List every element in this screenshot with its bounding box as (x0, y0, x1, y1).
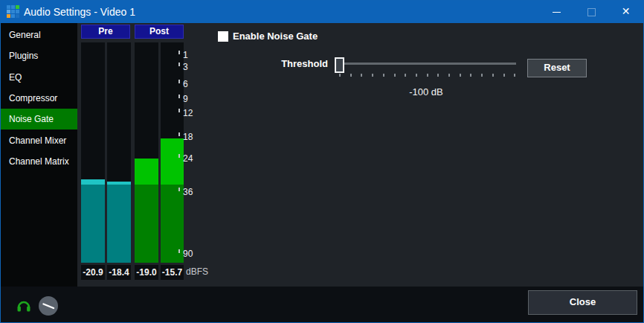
scale-tick (178, 154, 180, 158)
threshold-value: -100 dB (389, 86, 463, 97)
slider-tick (427, 74, 428, 77)
monitor-volume-knob[interactable] (39, 296, 58, 316)
meter-bar-lower-segment (161, 185, 184, 263)
slider-tick (492, 74, 494, 77)
meter-bar-lower-segment (107, 185, 131, 263)
threshold-slider-track[interactable] (339, 63, 516, 65)
meter-value-label: -18.4 (107, 265, 131, 280)
threshold-slider (335, 57, 521, 77)
enable-noise-gate-checkbox[interactable] (218, 31, 228, 42)
scale-label: 24 (183, 153, 193, 164)
scale-label: 3 (183, 62, 188, 72)
meter-bar-upper-segment (81, 179, 105, 185)
titlebar: Audio Settings - Video 1 ✕ (1, 1, 643, 23)
slider-tick (394, 74, 396, 77)
meter-channel-bar (135, 42, 158, 263)
threshold-label: Threshold (261, 58, 328, 69)
slider-tick (481, 74, 483, 77)
close-window-button[interactable]: ✕ (608, 1, 643, 23)
scale-tick (178, 51, 180, 54)
close-button[interactable]: Close (528, 290, 637, 315)
scale-label: 18 (183, 132, 193, 142)
minimize-button[interactable] (539, 1, 574, 23)
meter-unit-label: dBFS (186, 266, 208, 277)
meter-bar-lower-segment (81, 185, 105, 263)
slider-tick (383, 74, 384, 77)
meter-bar-lower-segment (135, 185, 158, 263)
scale-label: 9 (183, 94, 188, 104)
slider-tick (470, 74, 471, 77)
window-title: Audio Settings - Video 1 (24, 1, 135, 23)
scale-tick (178, 109, 180, 112)
scale-tick (178, 80, 180, 83)
meter-bar-upper-segment (135, 159, 158, 185)
scale-label: 36 (183, 187, 193, 197)
slider-tick (460, 74, 461, 77)
meter-value-label: -20.9 (81, 265, 105, 280)
threshold-slider-thumb[interactable] (335, 57, 344, 73)
meter-channel-bar (107, 42, 131, 263)
meter-group-post: Post (135, 25, 184, 39)
scale-tick (178, 95, 180, 98)
meter-value-label: -15.7 (161, 265, 184, 280)
scale-tick (178, 188, 180, 191)
slider-tick (503, 74, 505, 77)
slider-tick (448, 74, 450, 77)
scale-label: 90 (183, 249, 193, 259)
headphones-icon[interactable] (16, 298, 31, 313)
knob-pointer-icon (39, 296, 58, 316)
slider-tick (339, 74, 341, 77)
meter-group-pre: Pre (81, 25, 130, 39)
scale-label: 12 (183, 108, 193, 118)
slider-tick (416, 74, 417, 77)
enable-noise-gate-label[interactable]: Enable Noise Gate (233, 31, 318, 42)
slider-tick (372, 74, 373, 77)
close-icon: ✕ (608, 1, 643, 23)
scale-tick (178, 132, 180, 136)
maximize-button (574, 1, 609, 23)
dialog-content: GeneralPluginsEQCompressorNoise GateChan… (1, 23, 643, 322)
meter-channel-bar (161, 42, 184, 263)
audio-settings-window: Audio Settings - Video 1 ✕ GeneralPlugin… (0, 0, 644, 323)
slider-tick (405, 74, 406, 77)
scale-label: 1 (183, 50, 188, 60)
slider-ticks (339, 74, 516, 77)
slider-tick (361, 74, 362, 77)
scale-tick (178, 249, 180, 253)
slider-tick (514, 74, 515, 77)
scale-label: 6 (183, 79, 188, 89)
reset-button[interactable]: Reset (527, 59, 587, 77)
meter-channel-bar (81, 42, 105, 263)
vmix-logo-icon (7, 5, 19, 18)
meter-bar-upper-segment (161, 138, 184, 185)
slider-tick (350, 74, 352, 77)
maximize-icon (587, 8, 596, 16)
meter-value-label: -19.0 (135, 265, 158, 280)
minimize-icon (553, 12, 561, 13)
footer-bar: Close (1, 287, 643, 322)
slider-tick (437, 74, 439, 77)
scale-tick (178, 63, 180, 66)
